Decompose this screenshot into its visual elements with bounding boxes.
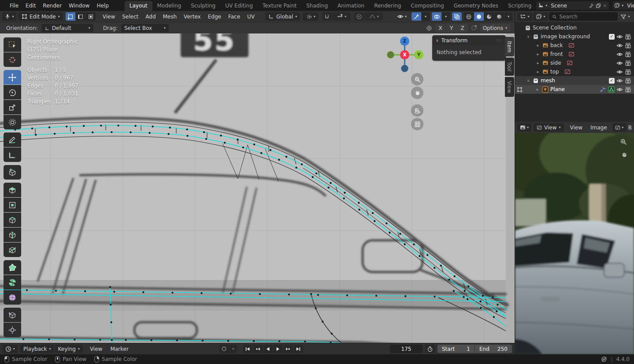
previous-keyframe-button[interactable] bbox=[253, 345, 263, 353]
image-zoom-icon[interactable] bbox=[620, 138, 627, 145]
correct-face-attributes-icon[interactable] bbox=[471, 25, 477, 31]
hide-eye-icon[interactable] bbox=[616, 60, 623, 66]
tool-edge-slide[interactable] bbox=[4, 308, 21, 322]
menu-edge[interactable]: Edge bbox=[204, 12, 225, 21]
expand-icon[interactable]: ▸ bbox=[535, 87, 540, 92]
tab-rendering[interactable]: Rendering bbox=[369, 1, 406, 11]
hide-eye-icon[interactable] bbox=[616, 86, 623, 93]
proportional-falloff-selector[interactable]: ▾ bbox=[364, 12, 383, 21]
menu-mesh[interactable]: Mesh bbox=[159, 12, 181, 21]
outliner-search[interactable] bbox=[549, 12, 618, 21]
outliner-filter-button[interactable]: ▾ bbox=[619, 12, 632, 21]
outliner-row-top[interactable]: ▸ top bbox=[515, 67, 634, 76]
gizmo-axis-y-neg[interactable] bbox=[387, 51, 394, 59]
tool-cursor[interactable] bbox=[4, 52, 21, 67]
shading-material-button[interactable] bbox=[484, 12, 494, 21]
timeline-menu-view[interactable]: View bbox=[86, 345, 106, 353]
menu-render[interactable]: Render bbox=[39, 1, 65, 10]
menu-help[interactable]: Help bbox=[93, 1, 112, 10]
menu-edit[interactable]: Edit bbox=[22, 1, 39, 10]
tab-sculpting[interactable]: Sculpting bbox=[186, 1, 220, 11]
render-camera-icon[interactable] bbox=[625, 86, 631, 93]
tab-compositing[interactable]: Compositing bbox=[406, 1, 449, 11]
render-camera-icon[interactable] bbox=[625, 77, 631, 84]
image-editor-view[interactable] bbox=[515, 133, 634, 354]
tab-shading[interactable]: Shading bbox=[301, 1, 333, 11]
auto-keying-options-button[interactable]: ▾ bbox=[230, 345, 237, 353]
outliner-row-plane[interactable]: ▸ Plane bbox=[515, 85, 634, 94]
tab-geometry-nodes[interactable]: Geometry Nodes bbox=[449, 1, 503, 11]
mirror-y-button[interactable]: Y bbox=[446, 24, 457, 32]
pan-button[interactable] bbox=[411, 87, 423, 99]
zoom-button[interactable] bbox=[411, 73, 423, 85]
image-datablock-selector[interactable]: ▾ bbox=[612, 123, 627, 132]
mode-selector[interactable]: Edit Mode▾ bbox=[19, 12, 63, 21]
frame-start-field[interactable]: Start1 bbox=[437, 345, 475, 353]
tool-add-cube[interactable] bbox=[4, 165, 21, 180]
mirror-x-button[interactable]: X bbox=[435, 24, 446, 32]
tool-shrink-fatten[interactable] bbox=[4, 323, 21, 337]
frame-end-field[interactable]: End250 bbox=[475, 345, 512, 353]
tab-scripting[interactable]: Scripting bbox=[503, 1, 536, 11]
render-camera-icon[interactable] bbox=[625, 33, 631, 40]
tab-texture-paint[interactable]: Texture Paint bbox=[258, 1, 301, 11]
image-menu-image[interactable]: Image bbox=[587, 123, 611, 132]
shading-rendered-button[interactable] bbox=[494, 12, 504, 21]
tool-select-box[interactable] bbox=[4, 37, 21, 52]
sidebar-tab-item[interactable]: Item bbox=[505, 37, 514, 56]
transform-panel-header[interactable]: ∨ Transform ∷∷ bbox=[432, 35, 506, 45]
image-editor-type-button[interactable]: ▾ bbox=[517, 123, 531, 132]
image-menu-view[interactable]: View bbox=[567, 123, 586, 132]
tab-layout[interactable]: Layout bbox=[125, 1, 152, 11]
tool-move[interactable] bbox=[4, 70, 21, 85]
viewlayer-name[interactable]: ViewLayer bbox=[625, 3, 634, 9]
tool-transform[interactable] bbox=[4, 115, 21, 129]
hide-eye-icon[interactable] bbox=[616, 77, 623, 84]
use-preview-range-button[interactable] bbox=[425, 345, 435, 353]
select-mode-edge-button[interactable] bbox=[76, 12, 85, 21]
tool-extrude-region[interactable] bbox=[4, 183, 21, 197]
snap-settings-selector[interactable]: ▾ bbox=[332, 12, 351, 21]
gizmo-axis-y[interactable]: Y bbox=[414, 50, 423, 59]
outliner-row-back[interactable]: ▸ back bbox=[515, 41, 634, 50]
outliner-row-image-background[interactable]: ∨ image background ✓ bbox=[515, 32, 634, 41]
panel-grip-icon[interactable]: ∷∷ bbox=[497, 38, 502, 43]
menu-vertex[interactable]: Vertex bbox=[180, 12, 204, 21]
render-camera-icon[interactable] bbox=[625, 60, 631, 66]
tool-inset-faces[interactable] bbox=[4, 198, 21, 212]
hide-eye-icon[interactable] bbox=[616, 33, 623, 40]
scene-name[interactable]: Scene bbox=[549, 3, 587, 9]
modifier-wrench-icon[interactable] bbox=[600, 86, 606, 92]
proportional-editing-button[interactable] bbox=[354, 12, 364, 21]
overlays-options-button[interactable]: ▾ bbox=[442, 12, 450, 21]
menu-face[interactable]: Face bbox=[225, 12, 244, 21]
show-gizmo-button[interactable] bbox=[412, 12, 421, 21]
editor-type-button[interactable]: ▾ bbox=[2, 12, 16, 21]
scene-selector[interactable]: ▾ Scene bbox=[536, 1, 609, 10]
tool-loop-cut[interactable] bbox=[4, 228, 21, 242]
shading-wireframe-button[interactable] bbox=[464, 12, 474, 21]
new-scene-icon[interactable] bbox=[596, 3, 601, 8]
outliner-row-front[interactable]: ▸ front bbox=[515, 50, 634, 59]
expand-icon[interactable]: ▸ bbox=[535, 43, 541, 48]
network-offline-icon[interactable] bbox=[601, 356, 607, 362]
tool-bevel[interactable] bbox=[4, 213, 21, 227]
outliner-filter-mode-button[interactable]: ▾ bbox=[533, 12, 548, 21]
expand-icon[interactable]: ▸ bbox=[535, 70, 541, 74]
close-icon[interactable] bbox=[603, 4, 607, 8]
tool-options-selector[interactable]: Options▾ bbox=[480, 24, 510, 32]
pin-icon[interactable] bbox=[589, 3, 594, 8]
search-input[interactable] bbox=[560, 14, 615, 20]
tool-spin[interactable] bbox=[4, 275, 21, 290]
outliner-row-mesh[interactable]: ∨ mesh ✓ bbox=[515, 76, 634, 85]
render-camera-icon[interactable] bbox=[625, 69, 631, 75]
jump-to-start-button[interactable] bbox=[243, 345, 252, 353]
collection-checkbox[interactable]: ✓ bbox=[609, 78, 615, 84]
outliner-row-scene-collection[interactable]: Scene Collection bbox=[515, 23, 634, 32]
gizmo-axis-z[interactable]: Z bbox=[400, 37, 409, 46]
render-camera-icon[interactable] bbox=[625, 42, 631, 49]
sidebar-tab-view[interactable]: View bbox=[505, 77, 514, 97]
tab-animation[interactable]: Animation bbox=[333, 1, 369, 11]
hide-eye-icon[interactable] bbox=[616, 69, 623, 75]
menu-select[interactable]: Select bbox=[119, 12, 142, 21]
